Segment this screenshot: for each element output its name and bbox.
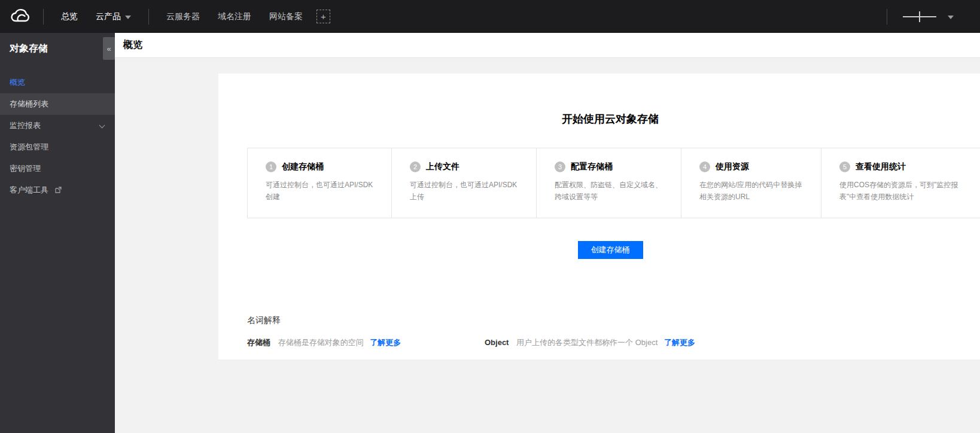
step-description: 使用COS存储的资源后，可到"监控报表"中查看使用数据统计	[839, 179, 980, 203]
glossary-term: 存储桶	[247, 338, 270, 347]
tencent-cloud-logo[interactable]	[10, 8, 35, 25]
page-title: 概览	[123, 39, 142, 51]
create-bucket-button[interactable]: 创建存储桶	[578, 241, 643, 259]
step-number-badge: 2	[410, 161, 421, 172]
learn-more-link[interactable]: 了解更多	[664, 338, 695, 347]
step-upload-file: 2 上传文件 可通过控制台，也可通过API/SDK上传	[391, 148, 536, 218]
step-title: 创建存储桶	[282, 161, 324, 172]
cloud-icon	[10, 8, 31, 25]
nav-cloud-products-label: 云产品	[96, 11, 121, 22]
glossary-entry-bucket: 存储桶 存储桶是存储对象的空间 了解更多	[247, 337, 485, 348]
sidebar-item-overview[interactable]: 概览	[0, 72, 115, 93]
add-shortcut-button[interactable]: +	[316, 10, 330, 23]
step-number-badge: 5	[839, 161, 850, 172]
step-description: 在您的网站/应用的代码中替换掉相关资源的URL	[699, 179, 816, 203]
step-title: 使用资源	[716, 161, 749, 172]
step-title: 上传文件	[426, 161, 459, 172]
step-description: 配置权限、防盗链、自定义域名、跨域设置等等	[555, 179, 676, 203]
glossary-row: 存储桶 存储桶是存储对象的空间 了解更多 Object 用户上传的各类型文件都称…	[247, 337, 980, 348]
step-create-bucket: 1 创建存储桶 可通过控制台，也可通过API/SDK创建	[248, 148, 391, 218]
sidebar-item-client-tools[interactable]: 客户端工具	[0, 179, 115, 201]
sidebar-item-resource-packs[interactable]: 资源包管理	[0, 136, 115, 158]
glossary-definition: 用户上传的各类型文件都称作一个 Object	[516, 338, 658, 347]
step-description: 可通过控制台，也可通过API/SDK创建	[266, 179, 386, 203]
sidebar-collapse-button[interactable]: «	[103, 37, 115, 60]
sidebar-item-monitor-reports[interactable]: 监控报表	[0, 115, 115, 136]
caret-down-icon	[125, 16, 131, 19]
steps-box: 1 创建存储桶 可通过控制台，也可通过API/SDK创建 2 上传文件 可通过控…	[247, 148, 980, 218]
getting-started-card: 开始使用云对象存储 1 创建存储桶 可通过控制台，也可通过API/SDK创建 2…	[218, 74, 980, 359]
glossary-definition: 存储桶是存储对象的空间	[278, 338, 364, 347]
step-number-badge: 4	[699, 161, 710, 172]
main-area: 概览 开始使用云对象存储 1 创建存储桶 可通过控制台，也可通过API/SDK创…	[115, 33, 980, 433]
learn-more-link[interactable]: 了解更多	[370, 338, 401, 347]
plus-icon[interactable]	[903, 11, 936, 23]
glossary-heading: 名词解释	[247, 315, 980, 326]
shortcut-domain[interactable]: 域名注册	[218, 11, 251, 22]
nav-cloud-products[interactable]: 云产品	[96, 11, 131, 22]
cta-row: 创建存储桶	[218, 241, 980, 259]
chevron-down-icon	[99, 123, 105, 129]
step-title: 配置存储桶	[571, 161, 613, 172]
sidebar-item-label: 监控报表	[10, 121, 41, 130]
caret-down-icon[interactable]	[948, 16, 954, 19]
step-number-badge: 3	[555, 161, 565, 172]
glossary-term: Object	[485, 338, 509, 347]
topbar: 总览 云产品 云服务器 域名注册 网站备案 +	[0, 0, 980, 33]
divider	[887, 9, 887, 25]
step-title: 查看使用统计	[856, 161, 906, 172]
step-number-badge: 1	[266, 161, 276, 172]
shortcut-cvm[interactable]: 云服务器	[166, 11, 200, 22]
step-use-resources: 4 使用资源 在您的网站/应用的代码中替换掉相关资源的URL	[681, 148, 821, 218]
divider	[43, 9, 44, 25]
glossary-entry-object: Object 用户上传的各类型文件都称作一个 Object 了解更多	[485, 337, 695, 348]
nav-overview[interactable]: 总览	[61, 11, 78, 22]
divider	[148, 9, 149, 25]
sidebar: 对象存储 « 概览 存储桶列表 监控报表 资源包管理 密钥管理 客户端工具	[0, 33, 115, 433]
sidebar-menu: 概览 存储桶列表 监控报表 资源包管理 密钥管理 客户端工具	[0, 72, 115, 201]
step-description: 可通过控制台，也可通过API/SDK上传	[410, 179, 531, 203]
step-configure-bucket: 3 配置存储桶 配置权限、防盗链、自定义域名、跨域设置等等	[536, 148, 681, 218]
card-title: 开始使用云对象存储	[218, 112, 980, 126]
main-header: 概览	[115, 33, 980, 58]
sidebar-item-bucket-list[interactable]: 存储桶列表	[0, 93, 115, 115]
shortcut-icp[interactable]: 网站备案	[269, 11, 303, 22]
sidebar-item-label: 客户端工具	[10, 185, 48, 194]
sidebar-item-key-management[interactable]: 密钥管理	[0, 158, 115, 179]
external-link-icon	[55, 180, 62, 202]
sidebar-header: 对象存储 «	[0, 33, 115, 62]
sidebar-title: 对象存储	[10, 43, 48, 53]
topbar-right	[878, 9, 980, 25]
content-area: 开始使用云对象存储 1 创建存储桶 可通过控制台，也可通过API/SDK创建 2…	[115, 59, 980, 433]
step-view-statistics: 5 查看使用统计 使用COS存储的资源后，可到"监控报表"中查看使用数据统计	[821, 148, 980, 218]
